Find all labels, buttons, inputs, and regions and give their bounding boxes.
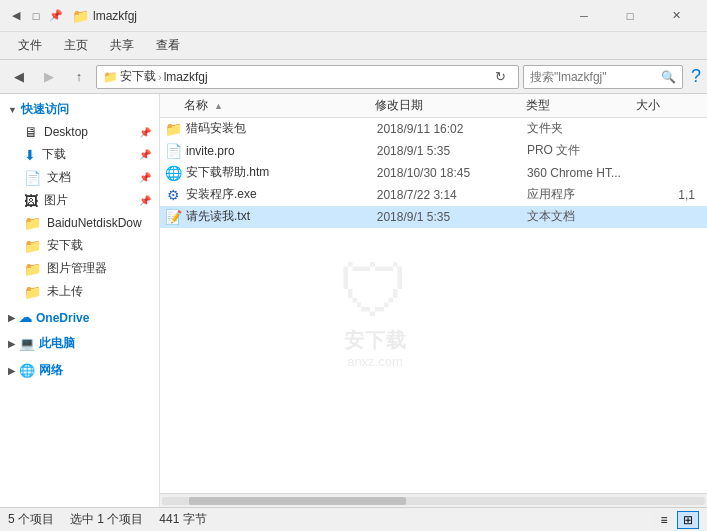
file-date-2: 2018/10/30 18:45 [369, 166, 523, 180]
title-pin-icon: 📌 [48, 8, 64, 24]
sidebar-item-imgmgr[interactable]: 📁 图片管理器 [0, 257, 159, 280]
thispc-expand-icon: ▶ [8, 339, 15, 349]
file-list-header: 名称 ▲ 修改日期 类型 大小 [160, 94, 707, 118]
sidebar-item-anzaixia[interactable]: 📁 安下载 [0, 234, 159, 257]
menu-home[interactable]: 主页 [54, 33, 98, 58]
details-view-button[interactable]: ≡ [653, 511, 675, 529]
sidebar: ▼ 快速访问 🖥 Desktop 📌 ⬇ 下载 📌 📄 文档 📌 🖼 图片 [0, 94, 160, 507]
sidebar-item-unupload[interactable]: 📁 未上传 [0, 280, 159, 303]
file-icon-3: ⚙ [164, 187, 182, 203]
pin-icon: 📌 [139, 127, 151, 138]
pics-icon: 🖼 [24, 193, 38, 209]
col-header-date[interactable]: 修改日期 [367, 94, 522, 117]
search-input[interactable] [530, 70, 657, 84]
search-bar[interactable]: 🔍 [523, 65, 683, 89]
folder-icon-imgmgr: 📁 [24, 261, 41, 277]
large-icons-view-button[interactable]: ⊞ [677, 511, 699, 529]
menu-share[interactable]: 共享 [100, 33, 144, 58]
breadcrumb-part2: lmazkfgj [164, 70, 208, 84]
col-date-label: 修改日期 [375, 97, 423, 114]
file-size-3: 1,1 [637, 188, 703, 202]
file-type-1: PRO 文件 [523, 142, 637, 159]
file-name-1: invite.pro [182, 144, 369, 158]
col-name-label: 名称 [184, 97, 208, 114]
status-info: 5 个项目 选中 1 个项目 441 字节 [8, 511, 645, 528]
sidebar-item-anzaixia-label: 安下载 [47, 237, 83, 254]
sidebar-item-downloads[interactable]: ⬇ 下载 📌 [0, 143, 159, 166]
search-icon: 🔍 [661, 70, 676, 84]
title-up-icon: □ [28, 8, 44, 24]
forward-button[interactable]: ▶ [36, 64, 62, 90]
menu-file[interactable]: 文件 [8, 33, 52, 58]
up-button[interactable]: ↑ [66, 64, 92, 90]
file-name-3: 安装程序.exe [182, 186, 369, 203]
col-header-type[interactable]: 类型 [522, 94, 636, 117]
window-title: lmazkfgj [93, 9, 561, 23]
file-icon-2: 🌐 [164, 165, 182, 181]
thispc-section: ▶ 💻 此电脑 [0, 332, 159, 355]
sidebar-item-imgmgr-label: 图片管理器 [47, 260, 107, 277]
file-type-0: 文件夹 [523, 120, 637, 137]
minimize-button[interactable]: ─ [561, 0, 607, 32]
file-icon-0: 📁 [164, 121, 182, 137]
help-icon[interactable]: ? [691, 66, 701, 87]
file-row-2[interactable]: 🌐 安下载帮助.htm 2018/10/30 18:45 360 Chrome … [160, 162, 707, 184]
col-size-label: 大小 [636, 97, 660, 114]
col-type-label: 类型 [526, 97, 550, 114]
close-button[interactable]: ✕ [653, 0, 699, 32]
file-row-1[interactable]: 📄 invite.pro 2018/9/1 5:35 PRO 文件 [160, 140, 707, 162]
folder-icon-unupload: 📁 [24, 284, 41, 300]
onedrive-expand-icon: ▶ [8, 313, 15, 323]
h-scroll-thumb [189, 497, 406, 505]
file-name-0: 猎码安装包 [182, 120, 369, 137]
file-row-0[interactable]: 📁 猎码安装包 2018/9/11 16:02 文件夹 [160, 118, 707, 140]
sidebar-item-baidu[interactable]: 📁 BaiduNetdiskDow [0, 212, 159, 234]
menu-view[interactable]: 查看 [146, 33, 190, 58]
window-controls: ─ □ ✕ [561, 0, 699, 32]
desktop-icon: 🖥 [24, 124, 38, 140]
back-button[interactable]: ◀ [6, 64, 32, 90]
file-list: 📁 猎码安装包 2018/9/11 16:02 文件夹 📄 invite.pro… [160, 118, 707, 493]
title-bar-icons: ◀ □ 📌 [8, 8, 64, 24]
folder-icon-anzaixia: 📁 [24, 238, 41, 254]
file-row-3[interactable]: ⚙ 安装程序.exe 2018/7/22 3:14 应用程序 1,1 [160, 184, 707, 206]
sidebar-item-pics[interactable]: 🖼 图片 📌 [0, 189, 159, 212]
col-header-name[interactable]: 名称 ▲ [164, 94, 367, 117]
onedrive-label: OneDrive [36, 311, 89, 325]
file-type-3: 应用程序 [523, 186, 637, 203]
file-name-2: 安下载帮助.htm [182, 164, 369, 181]
onedrive-header[interactable]: ▶ ☁ OneDrive [0, 307, 159, 328]
sidebar-item-downloads-label: 下载 [42, 146, 66, 163]
selected-size: 441 字节 [159, 511, 206, 528]
sidebar-item-desktop[interactable]: 🖥 Desktop 📌 [0, 121, 159, 143]
file-icon-4: 📝 [164, 209, 182, 225]
file-type-4: 文本文档 [523, 208, 637, 225]
status-bar: 5 个项目 选中 1 个项目 441 字节 ≡ ⊞ [0, 507, 707, 531]
onedrive-section: ▶ ☁ OneDrive [0, 307, 159, 328]
sidebar-item-desktop-label: Desktop [44, 125, 88, 139]
nav-bar: ◀ ▶ ↑ 📁 安下载 › lmazkfgj ↻ 🔍 ? [0, 60, 707, 94]
sort-arrow: ▲ [214, 101, 223, 111]
h-scroll-track [162, 497, 705, 505]
menu-bar: 文件 主页 共享 查看 [0, 32, 707, 60]
download-icon: ⬇ [24, 147, 36, 163]
h-scroll-area[interactable] [160, 493, 707, 507]
col-header-size[interactable]: 大小 [636, 94, 703, 117]
cloud-icon: ☁ [19, 310, 32, 325]
file-date-1: 2018/9/1 5:35 [369, 144, 523, 158]
quick-access-section: ▼ 快速访问 🖥 Desktop 📌 ⬇ 下载 📌 📄 文档 📌 🖼 图片 [0, 98, 159, 303]
addr-sep: › [158, 71, 162, 83]
quick-access-header[interactable]: ▼ 快速访问 [0, 98, 159, 121]
thispc-header[interactable]: ▶ 💻 此电脑 [0, 332, 159, 355]
quick-access-expand-icon: ▼ [8, 105, 17, 115]
file-row-4[interactable]: 📝 请先读我.txt 2018/9/1 5:35 文本文档 [160, 206, 707, 228]
address-bar[interactable]: 📁 安下载 › lmazkfgj ↻ [96, 65, 519, 89]
breadcrumb-part1: 安下载 [120, 68, 156, 85]
file-date-3: 2018/7/22 3:14 [369, 188, 523, 202]
refresh-button[interactable]: ↻ [490, 66, 512, 88]
network-header[interactable]: ▶ 🌐 网络 [0, 359, 159, 382]
sidebar-item-docs[interactable]: 📄 文档 📌 [0, 166, 159, 189]
folder-icon-baidu: 📁 [24, 215, 41, 231]
network-expand-icon: ▶ [8, 366, 15, 376]
maximize-button[interactable]: □ [607, 0, 653, 32]
